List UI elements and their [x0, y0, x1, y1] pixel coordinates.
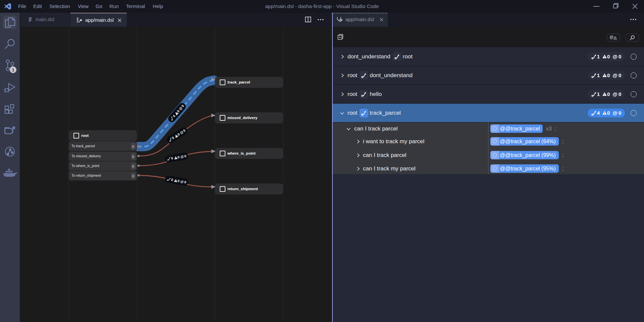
- svg-text:@: @: [609, 35, 613, 40]
- svg-text:1: 1: [12, 68, 14, 72]
